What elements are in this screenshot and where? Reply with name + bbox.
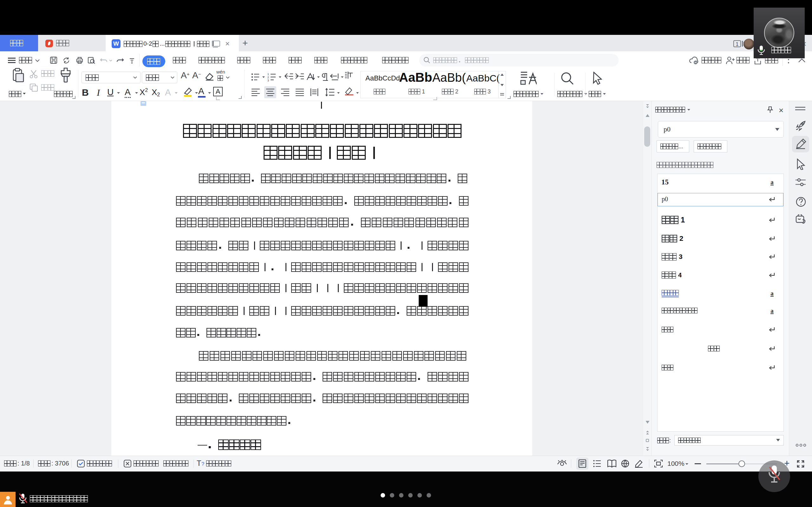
svg-text:3: 3: [267, 79, 269, 82]
svg-text:2: 2: [267, 76, 269, 79]
svg-text:1: 1: [267, 72, 269, 76]
